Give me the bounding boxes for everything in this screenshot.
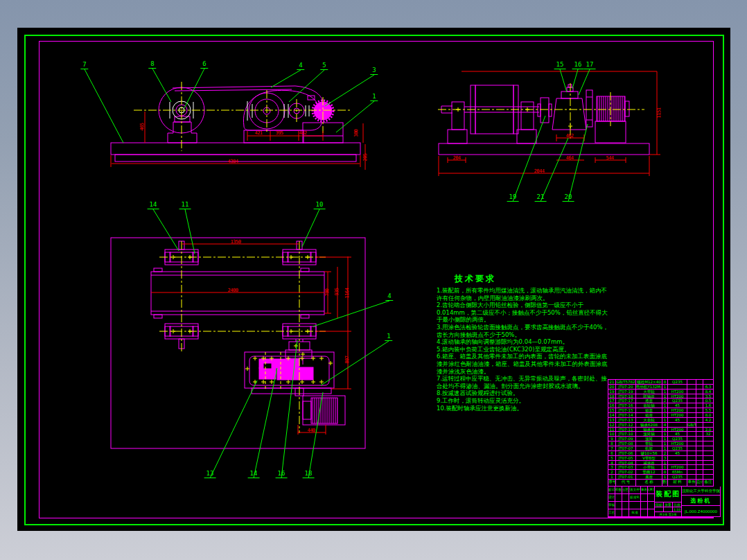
parts-list-cell: 名 称 (636, 480, 662, 487)
callout-11: 11 (179, 202, 191, 209)
parts-list-cell: 螺栓M12×40 (636, 380, 662, 385)
side-view-shaft-details (170, 101, 309, 121)
parts-list-cell (687, 403, 696, 408)
parts-list-cell (687, 432, 696, 437)
callout-21: 21 (535, 194, 547, 202)
callout-4: 4 (385, 293, 393, 301)
parts-list-cell (687, 390, 696, 394)
dimension-text: 421 (254, 131, 262, 136)
callout-5: 5 (320, 62, 328, 70)
parts-list-cell (696, 437, 703, 441)
parts-list-cell (687, 470, 696, 475)
parts-list-cell (696, 399, 703, 403)
parts-list-cell: 备注 (703, 480, 714, 487)
stage-label: 阶段标记 (655, 502, 664, 507)
cad-viewport[interactable]: 7864531151617192120141110411314161846542… (0, 0, 747, 560)
parts-list-row: 9JT07-09滚筒1Q235 (608, 437, 714, 441)
title-block-sign-row: 工艺批准 (608, 509, 655, 517)
title-block-sign-cell (641, 494, 648, 502)
dimension-text: 544 (606, 156, 613, 161)
title-block-sign-cell: 批准 (629, 509, 641, 517)
dimension-text: 462 (565, 134, 573, 139)
parts-list-cell (703, 456, 714, 461)
dimension-text: 4384 (228, 159, 238, 164)
parts-list-row: 20JT07-20电动机Y132M-416.3 (608, 385, 714, 390)
parts-list-cell: HT200 (668, 408, 687, 413)
parts-list-cell: 轴承6208 (636, 423, 662, 428)
parts-list-header-row: 序号代 号名 称数量材 料单件总计备注 (608, 480, 714, 487)
parts-list-cell: 减速器 (636, 461, 662, 466)
parts-list-cell: 6 (608, 451, 616, 456)
parts-list-row: 19JT07-19大带轮1HT2008.4 (608, 390, 714, 394)
parts-list-cell: JT07-14 (616, 413, 636, 418)
parts-list-cell: Q235 (668, 380, 687, 385)
parts-list-cell: 机架 (636, 446, 662, 451)
title-block-sign-cell: 标记 (608, 487, 615, 494)
parts-list-cell: 1 (662, 390, 668, 394)
parts-list-cell: JT07-18 (616, 394, 636, 399)
parts-list-cell: GB/T5782 (616, 380, 636, 385)
parts-list-cell (696, 385, 703, 390)
parts-list-cell: 5.5 (703, 408, 714, 413)
parts-list-cell (696, 465, 703, 470)
parts-list-cell: 1 (662, 418, 668, 423)
title-block-sign-cell (641, 509, 648, 517)
tech-requirement-line: 7.运转过程中应平稳、无冲击、无异常振动及噪声，各密封处、接合处均不得渗油、漏油… (437, 375, 613, 390)
tech-requirements-list: 1.装配前，所有零件均用煤油清洗，滚动轴承用汽油清洗，箱内不许有任何杂物，内壁用… (437, 287, 613, 412)
title-block-sign-cell: 分区 (622, 487, 629, 494)
scale-label: 比例 (673, 502, 682, 507)
parts-list-cell: 齿轮轴 (636, 403, 662, 408)
parts-list-cell (687, 408, 696, 413)
tech-requirement-line: 1.装配前，所有零件均用煤油清洗，滚动轴承用汽油清洗，箱内不许有任何杂物，内壁用… (437, 287, 613, 301)
parts-list-cell: 20 (608, 385, 616, 390)
title-block-sign-cell (615, 502, 622, 509)
dimension-text: 2400 (228, 288, 238, 293)
parts-list-cell: 联轴器 (636, 394, 662, 399)
parts-list-cell: 32 (703, 432, 714, 437)
title-block-sign-row: 标记处数分区更改文件号签名年月日 (608, 487, 655, 494)
parts-list-cell: 65Mn (668, 470, 687, 475)
tech-requirement-line: 6.箱座、箱盖及其他零件未加工的内表面，齿轮的未加工表面涂底漆并涂红色耐油油漆，… (437, 353, 613, 375)
parts-list-row: 15JT07-15箱盖1HT2005.5 (608, 408, 714, 413)
dimension-text: 380 (354, 129, 359, 137)
parts-list-cell (696, 380, 703, 385)
parts-list-cell: 10 (608, 432, 616, 437)
title-block-sign-cell (622, 509, 629, 517)
parts-list-row: 5JT07-05V带B型3 (608, 456, 714, 461)
parts-list-table: 21GB/T5782螺栓M12×408Q23520JT07-20电动机Y132M… (608, 379, 714, 487)
title-block-sign-cell (629, 502, 641, 509)
parts-list-cell: 45 (668, 418, 687, 423)
parts-list-row: 6JT07-06键10×56245 (608, 451, 714, 456)
parts-list-cell (687, 380, 696, 385)
parts-list-cell (696, 408, 703, 413)
title-block-sign-row: 设计标准化 (608, 494, 655, 502)
parts-list-cell (703, 380, 714, 385)
parts-list-cell: 材 料 (668, 480, 687, 487)
parts-list-cell: 1 (662, 385, 668, 390)
parts-list-cell (703, 461, 714, 466)
parts-list-cell: 7 (608, 446, 616, 451)
parts-list-cell: 2 (662, 399, 668, 403)
parts-list-cell: JT07-15 (616, 408, 636, 413)
parts-list-cell (703, 451, 714, 456)
parts-list-cell (696, 470, 703, 475)
parts-list-cell (696, 456, 703, 461)
dimension-text: 464 (565, 156, 573, 161)
parts-list-cell (687, 451, 696, 456)
parts-list-cell: 1 (662, 465, 668, 470)
dimension-text: 2044 (534, 169, 545, 174)
parts-list-cell: JT07-01 (616, 475, 636, 480)
parts-list-cell: JT07-19 (616, 390, 636, 394)
parts-list-cell (687, 441, 696, 446)
callout-20: 20 (563, 194, 574, 202)
callout-3: 3 (370, 67, 378, 75)
parts-list-cell: 滚筒轴 (636, 432, 662, 437)
parts-list-row: 18JT07-18联轴器1HT2003.5 (608, 394, 714, 399)
callout-1: 1 (385, 333, 392, 341)
parts-list-cell (668, 385, 687, 390)
parts-list-cell: JT07-12 (616, 423, 636, 428)
parts-list-cell: JT07-10 (616, 432, 636, 437)
parts-list-cell (703, 423, 714, 428)
dimension-text: 442 (299, 131, 306, 136)
callout-14: 14 (148, 202, 159, 209)
